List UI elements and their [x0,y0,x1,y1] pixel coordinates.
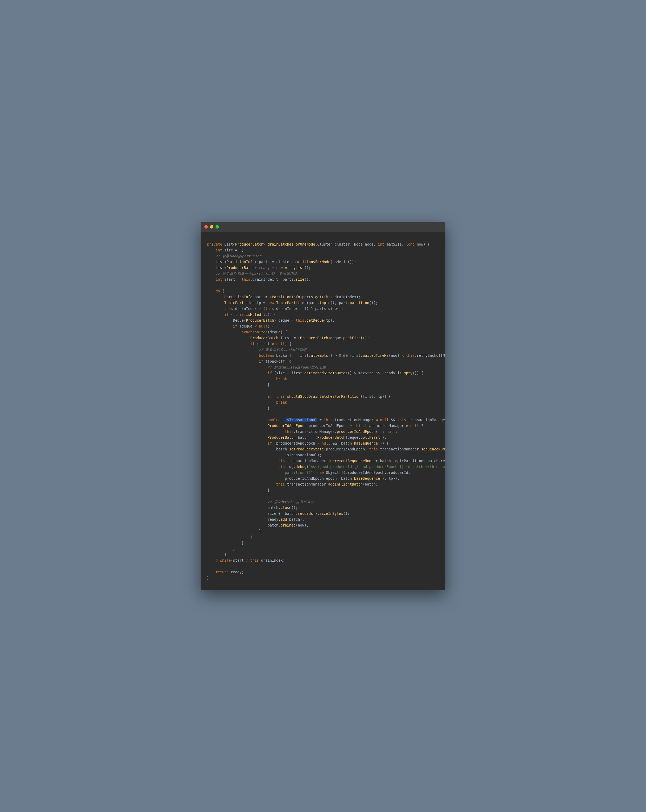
titlebar [201,221,445,232]
code-content: private List<ProducerBatch> drainBatches… [201,237,445,585]
code-editor[interactable]: private List<ProducerBatch> drainBatches… [201,232,445,591]
editor-window: private List<ProducerBatch> drainBatches… [201,221,445,591]
close-button[interactable] [204,225,208,229]
maximize-button[interactable] [215,225,219,229]
minimize-button[interactable] [210,225,213,229]
